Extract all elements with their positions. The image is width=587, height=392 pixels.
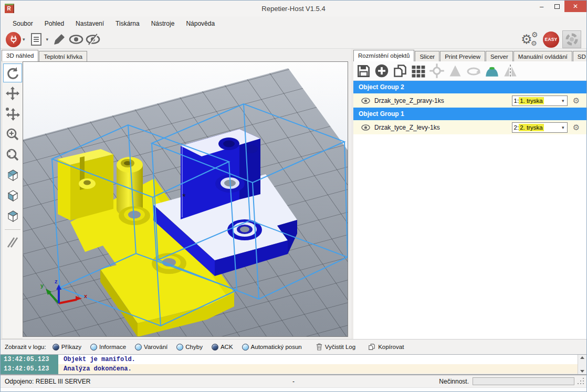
- plug-icon: [9, 35, 18, 44]
- connect-button[interactable]: [6, 32, 21, 47]
- emergency-stop-button[interactable]: [562, 30, 581, 48]
- parallel-projection-button[interactable]: [3, 233, 22, 252]
- scroll-up-icon[interactable]: [580, 356, 584, 359]
- toggle-chyby[interactable]: Chyby: [176, 344, 203, 351]
- gear-icon: ⚙: [531, 31, 538, 38]
- tab-teplotni-krivka[interactable]: Teplotní křivka: [39, 51, 87, 61]
- toggle-label: Příkazy: [61, 344, 81, 350]
- log-toggle-icon: [53, 344, 59, 351]
- object-settings-button[interactable]: ⚙: [568, 123, 585, 131]
- view-panel: 3D náhled Teplotní křivka: [1, 49, 351, 339]
- eye-icon: [69, 34, 83, 45]
- log-message: Objekt je manifold.: [58, 355, 578, 364]
- toggle-ack[interactable]: ACK: [212, 344, 233, 351]
- front-view-button[interactable]: [3, 186, 22, 205]
- rotate-view-icon: [6, 66, 19, 80]
- log-scrollbar[interactable]: [578, 355, 586, 374]
- menu-soubor[interactable]: Soubor: [7, 18, 39, 29]
- clear-log-label: Vyčistit Log: [325, 344, 355, 350]
- edit-button[interactable]: [52, 32, 67, 47]
- connect-dropdown-caret[interactable]: ▾: [23, 37, 25, 42]
- rotate-view-button[interactable]: [3, 63, 22, 82]
- viewport-3d[interactable]: * x y z: [23, 61, 348, 337]
- menu-tiskarna[interactable]: Tiskárna: [110, 18, 145, 29]
- resize-grip[interactable]: [578, 378, 584, 385]
- isometric-view-button[interactable]: [3, 166, 22, 185]
- group-header[interactable]: Object Group 2: [353, 81, 587, 93]
- tab-print-preview[interactable]: Print Preview: [440, 51, 485, 61]
- object-settings-button[interactable]: ⚙: [568, 97, 585, 104]
- center-object-icon: [429, 63, 445, 79]
- delete-object-button[interactable]: [585, 97, 587, 105]
- tab-server[interactable]: Server: [486, 51, 513, 61]
- cut-object-icon: [503, 63, 518, 78]
- scroll-down-icon[interactable]: [580, 370, 584, 373]
- svg-text:z: z: [55, 278, 58, 284]
- tab-rozmisteni-objektu[interactable]: Rozmístění objektů: [353, 50, 414, 61]
- menu-nastaveni[interactable]: Nastavení: [70, 18, 110, 29]
- toggle-prikazy[interactable]: Příkazy: [53, 344, 81, 351]
- close-button[interactable]: ✕: [564, 1, 586, 12]
- toggle-automaticky-posun[interactable]: Automatický posun: [242, 344, 302, 351]
- toggle-varovani[interactable]: Varování: [135, 344, 167, 351]
- app-logo-icon: R: [5, 4, 14, 13]
- gear-icon: ⚙: [531, 40, 537, 47]
- move-object-button[interactable]: [3, 104, 22, 123]
- delete-object-button[interactable]: [585, 123, 587, 132]
- menu-pohled[interactable]: Pohled: [39, 18, 70, 29]
- drop-object-button[interactable]: [484, 63, 500, 79]
- zoom-fit-icon: [6, 148, 19, 162]
- extruder-prefix: 1:: [514, 98, 519, 104]
- toggle-informace[interactable]: Informace: [90, 344, 126, 351]
- tab-manualni-ovladani[interactable]: Manuální ovládání: [513, 51, 572, 61]
- main-toolbar: ▾ ▾ ⚙ ⚙ ⚙ EASY: [1, 30, 586, 49]
- copy-log-button[interactable]: Kopírovat: [368, 343, 404, 351]
- top-view-button[interactable]: [3, 207, 22, 226]
- zoom-fit-button[interactable]: [3, 145, 22, 164]
- printer-settings-button[interactable]: ⚙ ⚙ ⚙: [521, 31, 540, 48]
- copy-objects-button[interactable]: [392, 63, 408, 79]
- maximize-button[interactable]: [549, 1, 564, 12]
- svg-text:y: y: [40, 282, 44, 289]
- visibility-toggle[interactable]: [357, 98, 374, 104]
- extruder-select[interactable]: 1:1. tryska ▾: [512, 96, 568, 106]
- easy-mode-button[interactable]: EASY: [543, 31, 559, 48]
- pencil-icon: [53, 33, 66, 46]
- move-view-button[interactable]: [3, 84, 22, 103]
- zoom-in-button[interactable]: [3, 125, 22, 144]
- window-title: Repetier-Host V1.5.4: [1, 5, 586, 13]
- tab-slicer[interactable]: Slicer: [415, 51, 439, 61]
- show-filament-button[interactable]: [69, 32, 83, 47]
- log-timestamp: 13:42:05.123: [4, 355, 58, 364]
- autoposition-button[interactable]: [411, 63, 426, 79]
- log-area: 13:42:05.123 13:42:05.123 Objekt je mani…: [1, 354, 586, 375]
- object-row[interactable]: Drzak_tyce_Z_levy-1ks 2:2. tryska ▾ ⚙: [353, 120, 587, 134]
- isometric-view-icon: [5, 168, 20, 183]
- cursor-cross: *: [182, 192, 186, 202]
- rotate-object-button: [466, 63, 481, 79]
- hide-travel-button[interactable]: [86, 32, 100, 47]
- save-icon: [357, 64, 371, 78]
- load-dropdown-caret[interactable]: ▾: [46, 37, 49, 42]
- minimize-button[interactable]: –: [534, 1, 549, 12]
- log-toggle-icon: [90, 344, 97, 351]
- title-bar: R Repetier-Host V1.5.4 – ✕: [1, 1, 586, 16]
- group-header[interactable]: Object Group 1: [353, 108, 587, 120]
- extruder-select[interactable]: 2:2. tryska ▾: [512, 122, 568, 133]
- clear-log-button[interactable]: Vyčistit Log: [316, 343, 355, 351]
- log-toggle-icon: [176, 344, 183, 351]
- eye-icon: [361, 124, 370, 131]
- menu-napoveda[interactable]: Nápověda: [180, 18, 221, 29]
- menu-nastroje[interactable]: Nástroje: [145, 18, 181, 29]
- visibility-toggle[interactable]: [357, 124, 374, 131]
- save-button[interactable]: [355, 63, 371, 79]
- log-toggle-icon: [242, 344, 249, 351]
- maximize-icon: [554, 4, 560, 9]
- tab-sd-karta[interactable]: SD karta: [573, 51, 587, 61]
- load-button[interactable]: [29, 32, 44, 47]
- tab-3d-nahled[interactable]: 3D náhled: [2, 50, 38, 61]
- add-object-button[interactable]: [374, 63, 390, 79]
- scale-object-button: [447, 63, 463, 79]
- object-row[interactable]: Drzak_tyce_Z_pravy-1ks 1:1. tryska ▾ ⚙: [353, 93, 587, 108]
- svg-text:x: x: [84, 293, 88, 299]
